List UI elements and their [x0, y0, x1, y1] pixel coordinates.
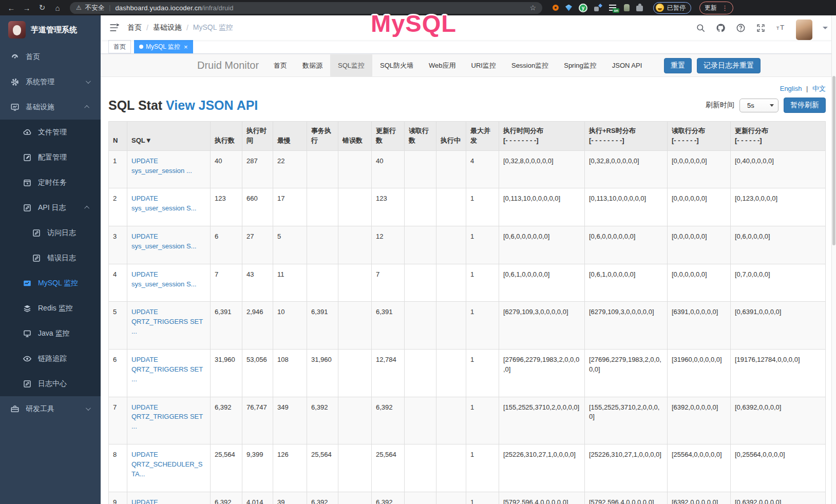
- sidebar-item-file[interactable]: 文件管理: [0, 120, 101, 145]
- table-cell: 6,391: [307, 302, 338, 350]
- sidebar-item-dev-tool[interactable]: 研发工具: [0, 396, 101, 421]
- sql-link[interactable]: UPDATE QRTZ_TRIGGERS SET ...: [131, 356, 203, 383]
- table-cell: [27696,2279,1983,2,0,0,0,0]: [585, 349, 668, 397]
- sql-link[interactable]: UPDATE QRTZ_TRIGGERS SET ...: [131, 403, 203, 431]
- table-row: 5UPDATE QRTZ_TRIGGERS SET ...6,3912,9461…: [109, 302, 826, 350]
- druid-nav-tab[interactable]: SQL防火墙: [372, 54, 421, 76]
- extension-list-icon[interactable]: on: [609, 4, 617, 12]
- browser-menu-dots-icon[interactable]: ⋮: [721, 5, 728, 11]
- sidebar-item-system[interactable]: 系统管理: [0, 69, 101, 94]
- sql-link[interactable]: UPDATE QRTZ_FIRED_TRIGGER...: [131, 498, 202, 504]
- sidebar-item-api-log[interactable]: API 日志: [0, 195, 101, 220]
- extension-y-icon[interactable]: y: [579, 4, 587, 12]
- table-cell: 6: [211, 226, 242, 264]
- table-cell: [0,7,0,0,0,0]: [731, 264, 826, 302]
- table-cell: [0,6391,0,0,0,0]: [731, 302, 826, 350]
- user-avatar[interactable]: [796, 20, 812, 40]
- table-row: 7UPDATE QRTZ_TRIGGERS SET ...6,39276,747…: [109, 397, 826, 444]
- extension-ring-icon[interactable]: [553, 5, 559, 11]
- sidebar-item-mysql[interactable]: MySQL 监控: [0, 270, 101, 296]
- sidebar-item-home[interactable]: 首页: [0, 44, 101, 69]
- sidebar-item-error-log[interactable]: 错误日志: [0, 245, 101, 270]
- github-icon[interactable]: [716, 23, 726, 33]
- sidebar-item-trace[interactable]: 链路追踪: [0, 346, 101, 371]
- sidebar-item-job[interactable]: 定时任务: [0, 170, 101, 195]
- table-cell: 31,960: [307, 349, 338, 397]
- druid-nav-tab[interactable]: Spring监控: [556, 54, 604, 76]
- sidebar-logo-row[interactable]: 芋道管理系统: [0, 15, 101, 44]
- tool-icon: [10, 404, 20, 414]
- help-icon[interactable]: [736, 23, 746, 33]
- column-header[interactable]: SQL▼: [127, 122, 211, 151]
- tag-mysql-monitor[interactable]: MySQL 监控 ×: [134, 40, 193, 53]
- fullscreen-icon[interactable]: [756, 23, 766, 33]
- browser-forward-icon[interactable]: →: [21, 4, 33, 12]
- sql-link[interactable]: UPDATE sys_user_session S...: [131, 232, 196, 250]
- pause-refresh-button[interactable]: 暂停刷新: [784, 98, 826, 113]
- sidebar-item-java[interactable]: Java 监控: [0, 321, 101, 346]
- extension-blob-icon[interactable]: [624, 4, 630, 11]
- log-and-reset-button[interactable]: 记录日志并重置: [697, 58, 761, 73]
- druid-nav-tab[interactable]: URI监控: [464, 54, 504, 76]
- table-cell: [0,123,0,0,0,0]: [731, 188, 826, 226]
- lang-chinese-link[interactable]: 中文: [812, 85, 826, 92]
- tag-home[interactable]: 首页: [108, 40, 131, 53]
- table-cell: 6,391: [372, 302, 405, 350]
- table-cell: 6,391: [211, 302, 242, 350]
- druid-nav-tab[interactable]: JSON API: [604, 54, 650, 76]
- druid-nav-tab[interactable]: SQL监控: [330, 54, 372, 76]
- extension-squares-icon[interactable]: [594, 4, 602, 12]
- sidebar-item-redis[interactable]: Redis 监控: [0, 296, 101, 321]
- breadcrumb-infra[interactable]: 基础设施: [153, 23, 182, 32]
- sidebar-item-log-center[interactable]: 日志中心: [0, 371, 101, 396]
- table-cell: 6,392: [211, 397, 242, 444]
- table-cell: 108: [273, 349, 307, 397]
- table-cell: [405, 492, 436, 504]
- browser-reload-icon[interactable]: ↻: [36, 3, 48, 12]
- refresh-interval-select[interactable]: 5s: [739, 99, 778, 112]
- sql-stat-table: NSQL▼执行数执行时间最慢事务执行错误数更新行数读取行数执行中最大并发执行时间…: [108, 121, 826, 504]
- extension-gem-icon[interactable]: [565, 5, 572, 11]
- browser-home-icon[interactable]: ⌂: [51, 4, 64, 12]
- scrollbar-thumb[interactable]: [832, 76, 835, 245]
- table-cell: 1: [466, 188, 499, 226]
- table-cell: [338, 349, 372, 397]
- bookmark-star-icon[interactable]: ☆: [529, 4, 536, 12]
- sql-link[interactable]: UPDATE sys_user_session S...: [131, 195, 196, 212]
- sidebar-item-infra[interactable]: 基础设施: [0, 94, 101, 120]
- paused-extension-pill[interactable]: 已暂停: [653, 2, 691, 14]
- search-icon[interactable]: [696, 23, 706, 33]
- sql-link[interactable]: UPDATE QRTZ_TRIGGERS SET ...: [131, 308, 203, 335]
- table-cell: [405, 264, 436, 302]
- table-cell: 123: [211, 188, 242, 226]
- table-cell: 5: [109, 302, 127, 350]
- address-bar[interactable]: ⚠ 不安全 | dashboard.yudao.iocoder.cn/infra…: [70, 2, 542, 14]
- sql-link[interactable]: UPDATE QRTZ_SCHEDULER_STA...: [131, 451, 202, 478]
- tag-close-icon[interactable]: ×: [183, 44, 188, 50]
- lang-english-link[interactable]: English: [780, 85, 802, 92]
- extensions-puzzle-icon[interactable]: [636, 6, 643, 11]
- view-json-api-link[interactable]: View JSON API: [166, 98, 258, 112]
- avatar-caret-icon[interactable]: [823, 27, 828, 29]
- page-scrollbar[interactable]: [831, 15, 836, 504]
- druid-nav-tab[interactable]: 首页: [266, 54, 295, 76]
- sql-link[interactable]: UPDATE sys_user_session ...: [131, 157, 192, 175]
- sidebar-item-access-log[interactable]: 访问日志: [0, 220, 101, 245]
- table-cell: [155,2525,3710,2,0,0,0,0]: [499, 397, 585, 444]
- browser-update-button[interactable]: 更新 ⋮: [699, 2, 733, 14]
- table-cell: [405, 397, 436, 444]
- reset-button[interactable]: 重置: [664, 58, 692, 73]
- font-size-icon[interactable]: TT: [776, 23, 786, 33]
- druid-nav-tab[interactable]: Session监控: [504, 54, 556, 76]
- table-cell: 1: [466, 226, 499, 264]
- sql-link[interactable]: UPDATE sys_user_session S...: [131, 270, 196, 288]
- druid-nav-tab[interactable]: Web应用: [421, 54, 464, 76]
- sidebar-item-config[interactable]: 配置管理: [0, 145, 101, 170]
- table-cell: UPDATE sys_user_session S...: [127, 264, 211, 302]
- browser-back-icon[interactable]: ←: [5, 4, 17, 12]
- breadcrumb-home[interactable]: 首页: [127, 23, 142, 32]
- sidebar-fold-icon[interactable]: [109, 23, 119, 33]
- table-cell: 9: [109, 492, 127, 504]
- svg-text:T: T: [776, 25, 780, 31]
- druid-nav-tab[interactable]: 数据源: [295, 54, 330, 76]
